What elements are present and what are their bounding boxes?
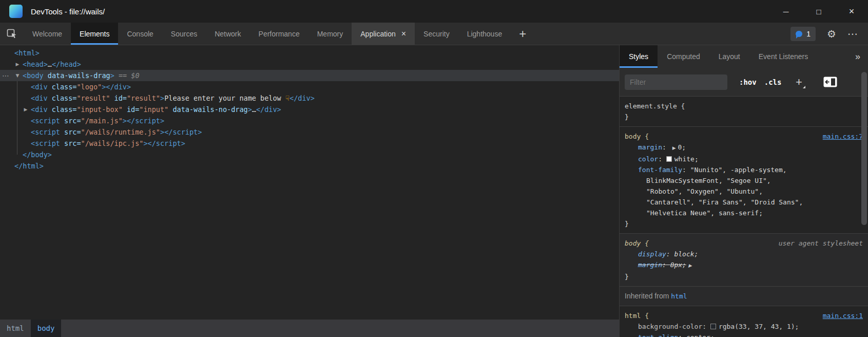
dom-tree-row[interactable]: <script src="/wails/ipc.js"></script> [0,138,619,149]
dom-tree-row[interactable]: <html> [0,47,619,59]
sidebar-tab-styles[interactable]: Styles [620,45,658,68]
style-rule: body {main.css:7margin: ▶0;color: white;… [620,127,868,234]
css-colon: : [702,323,710,330]
code-tag: > [143,139,147,147]
code-attr-value: "/wails/runtime.js" [81,128,160,136]
tab-console[interactable]: Console [118,23,162,45]
dom-tree-row[interactable]: <div class="logo"></div> [0,81,619,92]
breadcrumb-item-body[interactable]: body [31,320,62,337]
code-tag: > [160,94,164,102]
dom-tree-row[interactable]: </html> [0,160,619,172]
css-property[interactable]: display: block; [625,249,863,259]
user-agent-label: user agent stylesheet [779,238,863,249]
close-button[interactable]: × [835,0,868,23]
maximize-button[interactable]: □ [802,0,835,23]
code-tag: </body> [23,151,52,159]
dom-tree-row[interactable]: ▶<head>…</head> [0,59,619,70]
settings-gear-icon[interactable]: ⚙ [827,28,836,40]
collapsed-arrow-icon[interactable]: ▶ [23,104,29,115]
elements-panel: <html>▶<head>…</head>⋯▼<body data-wails-… [0,45,619,337]
css-property-value: white; [674,155,699,163]
dom-tree-row[interactable]: ⋯▼<body data-wails-drag> == $0 [0,70,619,81]
minimize-button[interactable]: ─ [769,0,802,23]
dom-tree-row[interactable]: <script src="/main.js"></script> [0,115,619,126]
code-attribute: src= [60,117,81,125]
computed-sidebar-toggle-button[interactable] [823,77,837,87]
css-property[interactable]: margin: ▶0; [625,142,863,154]
element-class-toggle[interactable]: .cls [764,78,782,86]
rule-selector[interactable]: body { [625,133,649,140]
css-property[interactable]: color: white; [625,154,863,164]
style-filter-input[interactable] [625,74,727,90]
css-property-name: background-color [638,323,702,330]
rule-header: body {user agent stylesheet [625,238,863,249]
inherited-node-link[interactable]: html [671,292,687,300]
sidebar-tab-computed[interactable]: Computed [658,45,709,68]
color-swatch[interactable] [710,324,716,329]
close-tab-icon[interactable]: × [401,29,406,39]
sidebar-tab-layout[interactable]: Layout [709,45,749,68]
devtools-content: <html>▶<head>…</head>⋯▼<body data-wails-… [0,45,868,337]
color-swatch[interactable] [666,156,672,162]
pseudo-state-toggle[interactable]: :hov [739,78,757,86]
tab-application[interactable]: Application× [352,23,415,45]
tab-label: Network [215,30,241,38]
code-tag: <script [31,139,60,147]
css-value-continuation: "Helvetica Neue", sans-serif; [625,208,863,218]
dom-tree-row[interactable]: </body> [0,149,619,160]
devtools-app-icon [9,5,23,18]
sidebar-scrollbar-thumb[interactable] [861,72,867,225]
tab-welcome[interactable]: Welcome [24,23,71,45]
expanded-arrow-icon[interactable]: ▼ [14,70,21,81]
code-attribute: src= [60,139,81,147]
css-property[interactable]: font-family: "Nunito", -apple-system, [625,164,863,175]
rule-selector[interactable]: html { [625,312,649,320]
expand-shorthand-icon[interactable]: ▶ [672,143,676,154]
code-tag: </div> [290,94,315,102]
stylesheet-link[interactable]: main.css:7 [823,131,863,142]
stylesheet-link[interactable]: main.css:1 [823,310,863,321]
tab-security[interactable]: Security [415,23,458,45]
more-options-icon[interactable]: ⋯ [847,28,858,40]
style-rules-list: element.style {}body {main.css:7margin: … [620,97,868,337]
css-property-name: font-family [638,166,682,174]
new-style-rule-button[interactable]: + [791,75,806,89]
code-tag: <div [31,94,48,102]
issues-counter-button[interactable]: 1 [790,27,816,41]
css-property-value: rgba(33, 37, 43, 1); [719,323,799,330]
collapsed-arrow-icon[interactable]: ▶ [14,59,21,70]
tab-performance[interactable]: Performance [250,23,308,45]
css-property[interactable]: margin: 8px;▶ [625,259,863,271]
dom-tree-row[interactable]: ▶<div class="input-box" id="input" data-… [0,104,619,115]
css-property[interactable]: text-align: center; [625,332,863,337]
window-controls: ─ □ × [769,0,868,23]
css-value-continuation: "Roboto", "Oxygen", "Ubuntu", [625,186,863,197]
tab-overflow-chevron-icon[interactable]: » [847,45,868,68]
dom-tree-row[interactable]: <div class="result" id="result">Please e… [0,92,619,104]
rule-selector[interactable]: body { [625,239,649,247]
code-tag: </head> [52,60,81,68]
rule-selector[interactable]: element.style { [625,102,685,110]
tab-elements[interactable]: Elements [71,23,118,45]
add-tab-button[interactable]: + [511,23,534,45]
sidebar-tab-event-listeners[interactable]: Event Listeners [749,45,818,68]
dom-tree-row[interactable]: <script src="/wails/runtime.js"></script… [0,126,619,138]
panel-tabs: WelcomeElementsConsoleSourcesNetworkPerf… [24,23,511,45]
css-property[interactable]: background-color: rgba(33, 37, 43, 1); [625,321,863,332]
rule-close-brace: } [625,218,863,229]
css-colon: : [666,250,674,258]
code-attribute: class= [48,105,77,114]
tab-network[interactable]: Network [206,23,249,45]
row-actions-icon[interactable]: ⋯ [2,70,9,81]
inspect-element-button[interactable] [0,23,24,45]
breadcrumb-item-html[interactable]: html [0,320,31,337]
expand-shorthand-icon[interactable]: ▶ [688,260,692,271]
tab-sources[interactable]: Sources [162,23,206,45]
tab-memory[interactable]: Memory [308,23,352,45]
css-property-name: text-align [638,333,678,337]
css-property-value: center; [686,333,715,337]
code-attribute: class= [48,94,77,102]
tab-label: Memory [317,30,343,38]
code-text: … [48,60,52,68]
tab-lighthouse[interactable]: Lighthouse [458,23,511,45]
